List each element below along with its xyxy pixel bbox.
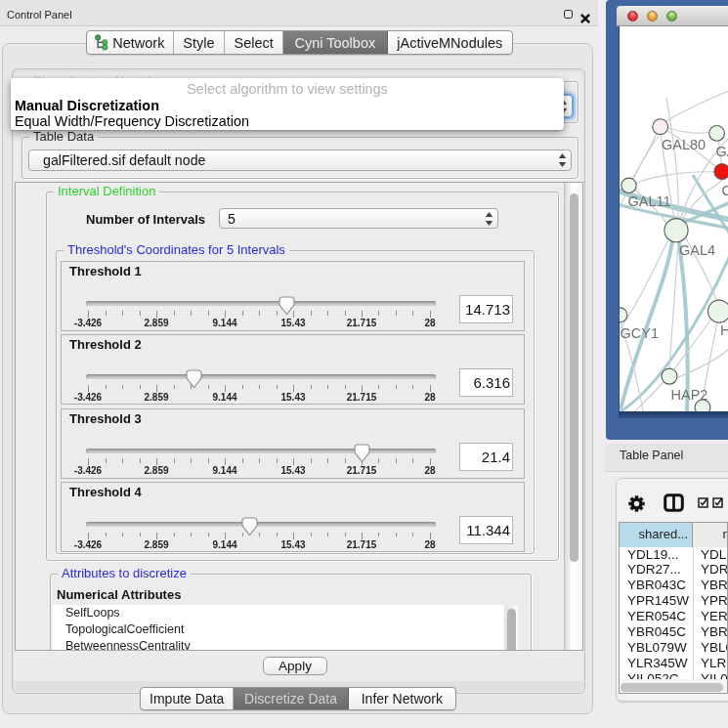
threshold-label: Threshold 2 bbox=[69, 337, 142, 352]
tab-impute-data[interactable]: Impute Data bbox=[141, 688, 234, 709]
threshold-value-field[interactable]: 21.4 bbox=[459, 443, 513, 471]
cell-name: YPR14 bbox=[701, 593, 728, 609]
slider-minor-tick bbox=[378, 533, 379, 537]
slider-minor-tick bbox=[277, 458, 278, 463]
list-item[interactable]: TopologicalCoefficient bbox=[53, 621, 504, 638]
close-traffic-light[interactable] bbox=[627, 11, 638, 21]
slider-major-tick bbox=[430, 533, 431, 539]
slider-minor-tick bbox=[327, 458, 328, 463]
network-node-h[interactable] bbox=[708, 300, 728, 322]
list-item[interactable]: BetweennessCentrality bbox=[53, 638, 504, 651]
tab-discretize-data[interactable]: Discretize Data bbox=[234, 688, 348, 709]
slider-tick-label: -3.426 bbox=[66, 392, 109, 403]
float-window-icon[interactable] bbox=[564, 10, 573, 19]
columns-icon[interactable] bbox=[664, 493, 684, 512]
slider-track[interactable] bbox=[86, 449, 436, 453]
slider-major-tick bbox=[293, 385, 294, 392]
slider-thumb[interactable] bbox=[354, 444, 370, 463]
gear-icon[interactable] bbox=[628, 495, 645, 512]
slider-minor-tick bbox=[106, 385, 107, 390]
slider-major-tick bbox=[362, 385, 363, 392]
slider-tick-label: 21.715 bbox=[340, 392, 383, 403]
threshold-value-field[interactable]: 6.316 bbox=[459, 368, 513, 397]
slider-thumb[interactable] bbox=[186, 369, 202, 389]
slider-thumb[interactable] bbox=[241, 517, 258, 536]
number-of-intervals-combobox[interactable]: 5 bbox=[219, 208, 498, 229]
tab-cyni-toolbox[interactable]: Cyni Toolbox bbox=[283, 31, 388, 54]
slider-major-tick bbox=[430, 458, 431, 465]
slider-major-tick bbox=[156, 385, 157, 392]
network-node-gal80[interactable] bbox=[653, 119, 668, 135]
apply-button[interactable]: Apply bbox=[263, 657, 327, 675]
network-canvas[interactable]: GAL80GACGAL11GAL4GCY1HHAP2 bbox=[619, 26, 728, 411]
cell-shared-name: YDR27... bbox=[627, 562, 681, 578]
table-row[interactable]: YDL19...YDL19 bbox=[620, 547, 728, 563]
network-node-hap2[interactable] bbox=[662, 368, 677, 384]
table-row[interactable]: YBR043CYBR04 bbox=[620, 578, 728, 593]
algorithm-popup-item-manual[interactable]: Manual Discretization bbox=[11, 98, 564, 115]
slider-minor-tick bbox=[208, 385, 209, 390]
tab-label: Discretize Data bbox=[244, 691, 337, 707]
column-header-shared-name[interactable]: shared... bbox=[620, 523, 693, 547]
table-row[interactable]: YPR145WYPR14 bbox=[620, 593, 728, 609]
table-horizontal-scrollbar[interactable] bbox=[620, 679, 728, 695]
network-node-ga[interactable] bbox=[709, 126, 725, 142]
settings-vertical-scrollbar[interactable] bbox=[564, 183, 582, 650]
tab-network[interactable]: Network bbox=[87, 31, 174, 54]
table-row[interactable]: YBR045CYBR04 bbox=[620, 624, 728, 640]
numerical-attributes-list[interactable]: SelfLoopsTopologicalCoefficientBetweenne… bbox=[53, 605, 504, 651]
slider-tick-label: 15.43 bbox=[272, 318, 315, 328]
network-node-gal11[interactable] bbox=[621, 178, 636, 193]
algorithm-popup-prompt[interactable]: Select algorithm to view settings bbox=[11, 81, 564, 99]
tab-select[interactable]: Select bbox=[225, 31, 283, 54]
slider-minor-tick bbox=[345, 533, 346, 537]
tab-style[interactable]: Style bbox=[174, 31, 226, 54]
column-header-name[interactable]: name bbox=[693, 523, 728, 547]
checkbox-icon[interactable] bbox=[698, 497, 708, 508]
slider-major-tick bbox=[225, 458, 226, 465]
table-row[interactable]: YER054CYER05 bbox=[620, 609, 728, 624]
slider-minor-tick bbox=[327, 385, 328, 390]
slider-tick-label: 21.715 bbox=[340, 318, 383, 328]
minimize-traffic-light[interactable] bbox=[647, 11, 658, 21]
cell-name: YDR27 bbox=[701, 562, 728, 578]
slider-tick-label: 15.43 bbox=[272, 392, 315, 403]
slider-tick-label: 9.144 bbox=[203, 465, 246, 476]
slider-track[interactable] bbox=[86, 522, 436, 527]
slider-tick-label: 9.144 bbox=[203, 539, 246, 550]
slider-track[interactable] bbox=[86, 301, 436, 306]
slider-major-tick bbox=[362, 311, 363, 318]
checkbox-icon[interactable] bbox=[712, 497, 723, 508]
cell-shared-name: YLR345W bbox=[627, 656, 688, 671]
table-data-combobox[interactable]: galFiltered.sif default node bbox=[28, 150, 572, 171]
slider-thumb[interactable] bbox=[278, 296, 295, 316]
list-item[interactable]: SelfLoops bbox=[53, 605, 504, 621]
attributes-list-scrollbar[interactable] bbox=[504, 605, 518, 651]
network-window-bottom-shadow bbox=[619, 411, 728, 418]
tab-infer-network[interactable]: Infer Network bbox=[349, 688, 455, 709]
network-node-gal4[interactable] bbox=[664, 219, 688, 242]
table-row[interactable]: YBL079WYBL07 bbox=[620, 640, 728, 656]
threshold-value-field[interactable]: 14.713 bbox=[459, 295, 513, 323]
slider-minor-tick bbox=[242, 385, 243, 390]
algorithm-popup-item-equal-width[interactable]: Equal Width/Frequency Discretization bbox=[11, 113, 564, 131]
threshold-value-field[interactable]: 11.344 bbox=[459, 516, 513, 544]
attributes-list-scrollbar-thumb[interactable] bbox=[507, 609, 516, 651]
slider-tick-label: 2.859 bbox=[135, 465, 178, 476]
table-row[interactable]: YDR27...YDR27 bbox=[620, 562, 728, 578]
zoom-traffic-light[interactable] bbox=[666, 11, 677, 21]
close-icon[interactable] bbox=[580, 10, 590, 27]
table-horizontal-scrollbar-thumb[interactable] bbox=[621, 683, 723, 692]
slider-major-tick bbox=[88, 311, 89, 318]
slider-major-tick bbox=[430, 385, 431, 392]
settings-vertical-scrollbar-thumb[interactable] bbox=[570, 193, 578, 562]
tab-jactivemnodules[interactable]: jActiveMNodules bbox=[388, 31, 512, 54]
slider-track[interactable] bbox=[86, 374, 436, 379]
node-label: GAL80 bbox=[662, 137, 706, 152]
slider-minor-tick bbox=[412, 533, 413, 537]
network-node-c[interactable] bbox=[714, 164, 728, 180]
combo-arrows-icon bbox=[553, 153, 571, 167]
node-label: GA bbox=[716, 144, 728, 159]
table-row[interactable]: YLR345WYLR34 bbox=[620, 656, 728, 671]
slider-major-tick bbox=[88, 385, 89, 392]
